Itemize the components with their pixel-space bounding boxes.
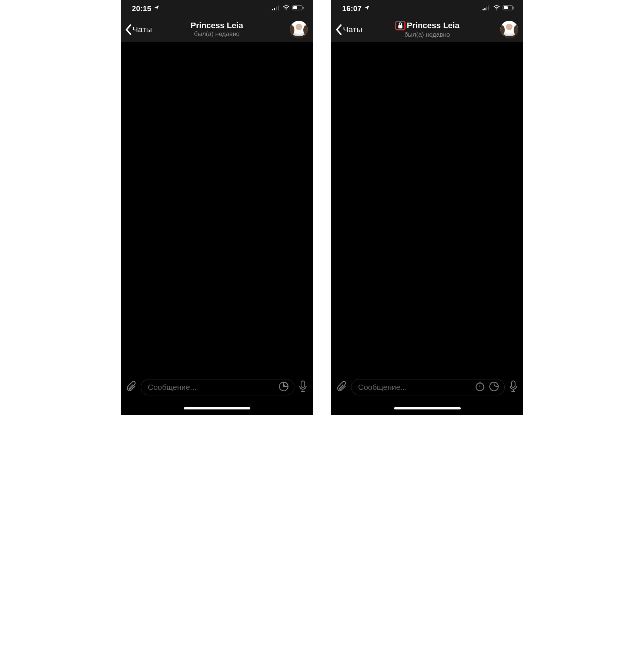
battery-icon	[503, 5, 514, 12]
svg-rect-18	[504, 6, 508, 9]
signal-icon	[272, 5, 280, 12]
back-button[interactable]: Чаты	[125, 24, 152, 35]
chat-footer: Сообщение...	[121, 373, 313, 402]
lock-icon	[398, 22, 403, 29]
chat-header: Чаты Princess Leia был(а) недавно	[331, 17, 523, 42]
svg-rect-15	[488, 6, 489, 10]
screenshot-pair: 20:15	[121, 0, 523, 415]
chevron-left-icon	[125, 24, 132, 35]
status-bar: 16:07	[331, 0, 523, 17]
svg-rect-13	[484, 8, 485, 10]
message-placeholder: Сообщение...	[148, 383, 197, 392]
svg-rect-6	[293, 6, 297, 9]
home-indicator[interactable]	[184, 407, 250, 409]
svg-rect-1	[274, 8, 275, 10]
mic-icon[interactable]	[298, 381, 308, 394]
svg-rect-0	[272, 9, 273, 10]
message-placeholder: Сообщение...	[358, 383, 407, 392]
chat-header: Чаты Princess Leia был(а) недавно	[121, 17, 313, 42]
status-left: 16:07	[342, 4, 370, 13]
chat-footer: Сообщение...	[331, 373, 523, 402]
svg-rect-14	[486, 7, 487, 10]
svg-rect-9	[301, 381, 305, 387]
avatar[interactable]	[290, 21, 308, 39]
svg-rect-2	[276, 7, 277, 10]
status-time: 20:15	[132, 4, 151, 13]
chevron-left-icon	[336, 24, 342, 35]
lock-highlight	[395, 21, 406, 30]
header-title-group[interactable]: Princess Leia был(а) недавно	[169, 21, 265, 38]
home-indicator-area	[331, 402, 523, 415]
svg-point-16	[496, 10, 497, 10]
chat-title: Princess Leia	[407, 21, 460, 30]
svg-point-4	[286, 10, 287, 10]
back-label: Чаты	[133, 25, 152, 34]
sticker-icon[interactable]	[489, 381, 499, 393]
phone-screen-left: 20:15	[121, 0, 313, 415]
chat-status: был(а) недавно	[404, 31, 450, 39]
chat-status: был(а) недавно	[194, 30, 240, 38]
svg-rect-3	[278, 6, 279, 10]
status-right	[483, 5, 514, 12]
svg-rect-12	[483, 9, 484, 10]
location-icon	[364, 5, 370, 12]
chat-body[interactable]	[331, 42, 523, 373]
timer-icon[interactable]	[475, 381, 485, 393]
status-right	[272, 5, 304, 12]
chat-body[interactable]	[121, 42, 313, 373]
battery-icon	[292, 5, 304, 12]
home-indicator-area	[121, 402, 313, 415]
phone-screen-right: 16:07	[331, 0, 523, 415]
signal-icon	[483, 5, 491, 12]
message-input[interactable]: Сообщение...	[141, 379, 294, 395]
back-button[interactable]: Чаты	[336, 24, 362, 35]
chat-title: Princess Leia	[191, 21, 243, 30]
header-title-group[interactable]: Princess Leia был(а) недавно	[379, 21, 476, 39]
avatar[interactable]	[500, 21, 518, 39]
svg-rect-20	[398, 25, 402, 29]
svg-rect-7	[303, 7, 304, 9]
home-indicator[interactable]	[394, 407, 461, 409]
wifi-icon	[283, 5, 290, 12]
location-icon	[154, 5, 160, 12]
mic-icon[interactable]	[508, 381, 518, 394]
sticker-icon[interactable]	[278, 381, 289, 393]
status-left: 20:15	[132, 4, 160, 13]
wifi-icon	[493, 5, 500, 12]
status-bar: 20:15	[121, 0, 313, 17]
attachment-icon[interactable]	[126, 381, 137, 394]
status-time: 16:07	[342, 4, 362, 13]
svg-rect-25	[511, 381, 515, 387]
back-label: Чаты	[343, 25, 362, 34]
svg-rect-19	[513, 7, 514, 9]
attachment-icon[interactable]	[336, 381, 347, 394]
message-input[interactable]: Сообщение...	[351, 379, 505, 395]
